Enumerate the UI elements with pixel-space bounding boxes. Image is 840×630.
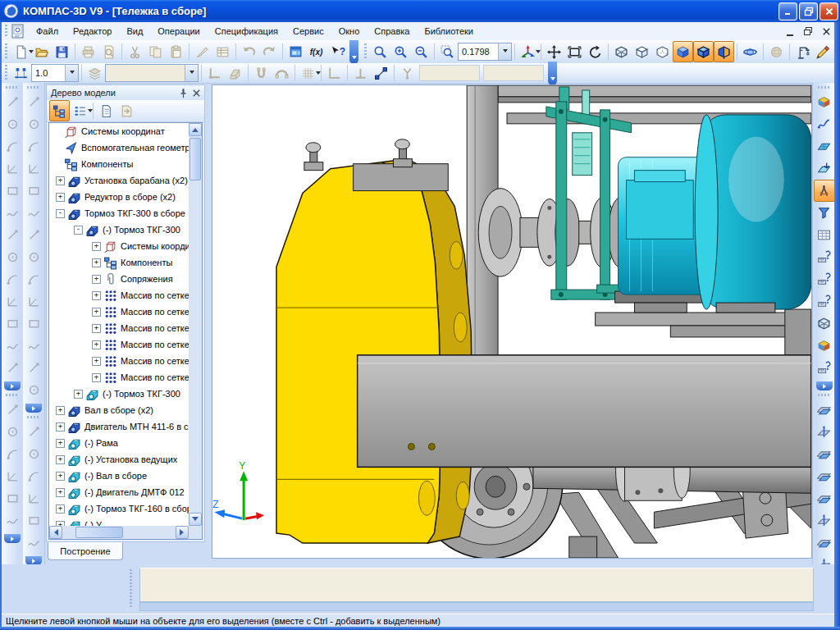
tree-item[interactable]: +Массив по сетке [49, 336, 189, 353]
orientation-button[interactable] [518, 41, 538, 62]
toolbar-overflow-button[interactable] [548, 62, 557, 85]
minimize-button[interactable] [778, 2, 797, 21]
arrays-button[interactable] [814, 158, 835, 180]
tree-composition-button[interactable] [70, 100, 90, 121]
tangent-snap-button[interactable] [23, 532, 44, 554]
toolbar-handle[interactable] [818, 86, 831, 89]
cut-line-button[interactable] [23, 180, 44, 202]
tree-item[interactable]: +(-) Тормоз ТКГ-300 [49, 386, 189, 402]
ellipse-button[interactable] [2, 202, 23, 224]
spline-button[interactable] [2, 335, 23, 357]
grid-button[interactable] [298, 62, 318, 84]
spatial-curves-button[interactable] [814, 113, 835, 135]
print-preview-button[interactable] [98, 41, 119, 62]
expand-icon[interactable]: + [92, 308, 101, 317]
hidden-lines-thin-button[interactable] [652, 41, 673, 62]
measure-edge-length-button[interactable] [814, 268, 835, 290]
hidden-lines-button[interactable] [632, 41, 652, 62]
frame-plate[interactable] [358, 355, 811, 468]
expand-icon[interactable]: + [56, 193, 65, 202]
tree-item[interactable]: +Массив по сетке [49, 287, 189, 304]
menubar-handle[interactable] [5, 25, 7, 38]
tree-structure-button[interactable] [49, 100, 70, 121]
variables-button[interactable]: f(x) [306, 41, 326, 62]
close-button[interactable] [819, 2, 838, 21]
toolbar-collapse-button[interactable] [4, 381, 21, 390]
menu-item-7[interactable]: Окно [331, 24, 368, 39]
diametral-dimension-button[interactable] [2, 421, 23, 443]
tree-item[interactable]: Вспомогательная геометрия [49, 139, 189, 156]
toolbar-handle[interactable] [27, 86, 40, 89]
pan-button[interactable] [544, 41, 564, 62]
roughness-button[interactable] [23, 135, 44, 158]
horizontal-scroll-thumb[interactable] [75, 527, 123, 538]
bezier-curve-button[interactable] [2, 224, 23, 246]
local-axes-button[interactable] [324, 62, 345, 84]
height-dimension-button[interactable] [2, 487, 23, 509]
expand-icon[interactable]: + [56, 422, 65, 431]
equal-snap-button[interactable] [23, 421, 44, 443]
expand-icon[interactable]: + [92, 291, 101, 300]
midpoint-snap-button[interactable] [23, 509, 44, 532]
wave-line-button[interactable] [23, 335, 44, 357]
tree-item[interactable]: +Системы координат [49, 238, 189, 254]
coordinate-y-box[interactable] [483, 65, 544, 81]
toolbar-handle[interactable] [6, 86, 19, 89]
doc-restore-button[interactable] [802, 26, 814, 36]
viewport-3d[interactable]: Y Z [212, 84, 812, 559]
toolbar-handle[interactable] [27, 416, 40, 418]
new-document-button[interactable] [11, 41, 31, 62]
scale-combo-dropdown[interactable] [65, 65, 78, 81]
angle-snap-button[interactable] [23, 465, 44, 487]
tree-item[interactable]: +Редуктор в сборе (x2) [49, 189, 189, 205]
expand-icon[interactable]: + [92, 275, 101, 284]
halftone-cut-button[interactable] [714, 41, 734, 62]
cut-button[interactable] [125, 41, 145, 62]
expand-icon[interactable]: + [56, 472, 65, 481]
tree-item[interactable]: +(-) Тормоз ТКГ-160 в сборе [49, 500, 189, 517]
zoom-in-button[interactable] [390, 41, 411, 62]
toolbar-handle[interactable] [5, 65, 7, 81]
relations-area-button[interactable] [96, 100, 116, 121]
tree-item[interactable]: +(-) Установка ведущих [49, 451, 189, 468]
plane-through-vertex-button[interactable] [814, 421, 835, 443]
expand-icon[interactable]: + [92, 373, 101, 382]
viewport-3d-model[interactable]: Y Z [212, 85, 811, 558]
wireframe-button[interactable] [611, 41, 632, 62]
measurements-3d-button[interactable] [814, 180, 835, 202]
print-button[interactable] [78, 41, 98, 62]
surfaces-button[interactable] [814, 135, 835, 158]
zoom-area-button[interactable] [370, 41, 390, 62]
zoom-scale-combo-value[interactable]: 0.1798 [459, 47, 498, 57]
measure-distance-button[interactable] [814, 246, 835, 268]
paste-button[interactable] [166, 41, 186, 62]
scroll-right-button[interactable] [176, 526, 189, 539]
radial-dimension-button[interactable] [2, 443, 23, 465]
snap-settings-button[interactable] [371, 62, 391, 84]
table-button[interactable] [23, 113, 44, 135]
expand-icon[interactable]: + [92, 324, 101, 333]
toolbar-collapse-button[interactable] [816, 381, 833, 390]
yellow-brake-housing[interactable] [276, 139, 472, 543]
conditional-intersection-button[interactable] [23, 379, 44, 401]
menu-item-1[interactable]: Файл [29, 24, 66, 39]
leader-button[interactable] [23, 224, 44, 246]
grid-snap-button[interactable] [23, 443, 44, 465]
tree-item[interactable]: +Компоненты [49, 254, 189, 271]
expand-icon[interactable]: + [92, 242, 101, 251]
tree-item[interactable]: +Сопряжения [49, 271, 189, 287]
rotate-3d-button[interactable] [740, 41, 760, 62]
menu-item-3[interactable]: Вид [119, 24, 150, 39]
expand-icon[interactable]: + [92, 258, 101, 267]
copy-button[interactable] [145, 41, 166, 62]
collect-contour-button[interactable] [2, 313, 23, 335]
fragmentation-line-button[interactable] [23, 357, 44, 379]
hatch-button[interactable] [2, 357, 23, 379]
tree-horizontal-scrollbar[interactable] [49, 526, 189, 539]
tree-item[interactable]: +Установка барабана (x2) [49, 172, 189, 189]
assembly-mass-properties-button[interactable] [814, 335, 835, 357]
tree-item[interactable]: +(-) Вал в сборе [49, 468, 189, 484]
menu-item-8[interactable]: Справка [367, 24, 417, 39]
show-all-button[interactable] [564, 41, 585, 62]
plane-through-edge-button[interactable] [814, 465, 835, 487]
